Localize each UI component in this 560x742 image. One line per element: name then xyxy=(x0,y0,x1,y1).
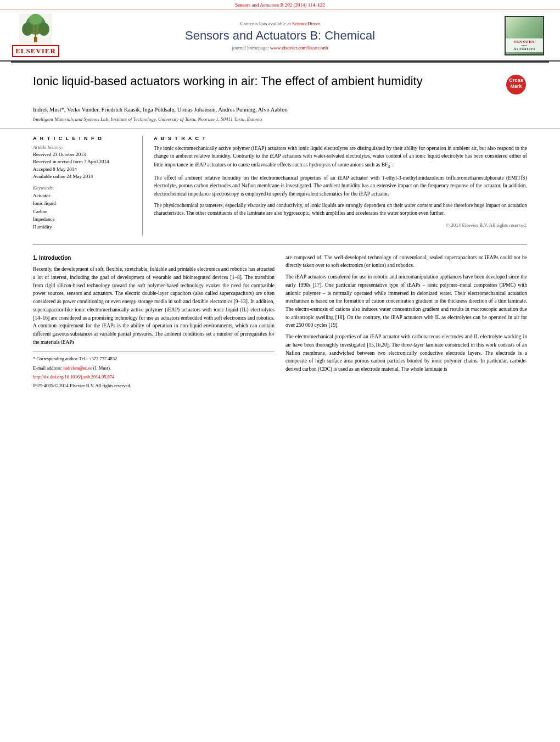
revised-date: Received in revised form 7 April 2014 xyxy=(33,158,135,166)
crossmark-badge: Cross Mark xyxy=(505,74,527,96)
abstract-para-3: The physicochemical parameters, especial… xyxy=(154,202,527,217)
body-columns: 1. Introduction Recently, the developmen… xyxy=(0,248,560,397)
svg-text:Cross: Cross xyxy=(509,77,523,83)
article-info-header: A R T I C L E I N F O xyxy=(33,136,135,141)
article-info-abstract-section: A R T I C L E I N F O Article history: R… xyxy=(0,129,560,241)
available-date: Available online 24 May 2014 xyxy=(33,173,135,181)
homepage-link[interactable]: www.elsevier.com/locate/snb xyxy=(270,45,328,51)
abstract-header: A B S T R A C T xyxy=(154,136,527,141)
footnote-area: * Corresponding author. Tel.: +372 737 4… xyxy=(33,352,275,389)
author-list: Indrek Must*, Veiko Vunder, Friedrich Ka… xyxy=(33,105,527,114)
sensors-logo-box: SENSORS and AcTuators xyxy=(505,16,544,55)
intro-para-right-2: The iEAP actuators considered for use in… xyxy=(285,273,527,330)
body-divider xyxy=(33,244,527,245)
keyword-ionic-liquid: Ionic liquid xyxy=(33,199,135,207)
svg-text:Mark: Mark xyxy=(510,83,522,89)
svg-rect-1 xyxy=(34,37,37,42)
intro-para-right-3: The electromechanical properties of an i… xyxy=(285,333,527,373)
elsevier-logo: ELSEVIER xyxy=(11,14,60,57)
article-title: Ionic liquid-based actuators working in … xyxy=(33,74,494,90)
article-history: Article history: Received 23 October 201… xyxy=(33,144,135,181)
sciencedirect-link[interactable]: ScienceDirect xyxy=(292,21,320,26)
keyword-impedance: Impedance xyxy=(33,215,135,223)
abstract-area: A B S T R A C T The ionic electromechani… xyxy=(154,136,527,236)
intro-para-1: Recently, the development of soft, flexi… xyxy=(33,265,275,346)
email-link[interactable]: indrekm@ut.ee xyxy=(63,365,92,371)
svg-point-5 xyxy=(29,14,42,25)
journal-citation: Sensors and Actuators B 202 (2014) 114–1… xyxy=(235,2,325,8)
keywords-label: Keywords: xyxy=(33,185,135,191)
abstract-para-1: The ionic electromechanically active pol… xyxy=(154,144,527,171)
footnote-issn: 0925-4005/© 2014 Elsevier B.V. All right… xyxy=(33,382,275,389)
journal-header: ELSEVIER Contents lists available at Sci… xyxy=(0,9,560,62)
journal-title: Sensors and Actuators B: Chemical xyxy=(71,29,489,43)
abstract-para-2: The effect of ambient relative humidity … xyxy=(154,174,527,198)
sensors-label: SENSORS xyxy=(508,40,541,44)
footnote-email: E-mail address: indrekm@ut.ee (I. Must). xyxy=(33,365,275,372)
copyright: © 2014 Elsevier B.V. All rights reserved… xyxy=(154,222,527,230)
authors: Indrek Must*, Veiko Vunder, Friedrich Ka… xyxy=(33,107,288,113)
contents-line: Contents lists available at ScienceDirec… xyxy=(71,21,489,26)
affiliation: Intelligent Materials and Systems Lab, I… xyxy=(33,116,527,122)
keywords-section: Keywords: Actuator Ionic liquid Carbon I… xyxy=(33,185,135,231)
article-title-area: Ionic liquid-based actuators working in … xyxy=(0,63,560,101)
doi-link[interactable]: http://dx.doi.org/10.1016/j.snb.2014.05.… xyxy=(33,374,114,380)
keyword-list: Actuator Ionic liquid Carbon Impedance H… xyxy=(33,192,135,231)
received-date: Received 23 October 2013 xyxy=(33,151,135,159)
elsevier-label: ELSEVIER xyxy=(12,45,59,57)
journal-bar: Sensors and Actuators B 202 (2014) 114–1… xyxy=(0,0,560,9)
header-center: Contents lists available at ScienceDirec… xyxy=(60,21,500,51)
keyword-humidity: Humidity xyxy=(33,223,135,231)
authors-area: Indrek Must*, Veiko Vunder, Friedrich Ka… xyxy=(0,101,560,124)
keyword-actuator: Actuator xyxy=(33,192,135,199)
actuators-label: AcTuators xyxy=(508,47,541,51)
sensors-logo-background: SENSORS and AcTuators xyxy=(506,17,543,54)
article-info: A R T I C L E I N F O Article history: R… xyxy=(33,136,143,236)
sensors-actuators-logo: SENSORS and AcTuators xyxy=(500,16,549,55)
footnote-doi: http://dx.doi.org/10.1016/j.snb.2014.05.… xyxy=(33,373,275,381)
footnote-corresponding: * Corresponding author. Tel.: +372 737 4… xyxy=(33,355,275,362)
elsevier-tree-icon xyxy=(19,14,52,44)
keyword-carbon: Carbon xyxy=(33,208,135,215)
intro-para-right-1: are composed of. The well-developed tech… xyxy=(285,254,527,270)
accepted-date: Accepted 8 May 2014 xyxy=(33,166,135,174)
body-col-left: 1. Introduction Recently, the developmen… xyxy=(33,254,275,391)
abstract-text: The ionic electromechanically active pol… xyxy=(154,144,527,230)
intro-heading: 1. Introduction xyxy=(33,254,275,263)
body-col-right: are composed of. The well-developed tech… xyxy=(285,254,527,391)
history-label: Article history: xyxy=(33,144,135,150)
journal-homepage: journal homepage: www.elsevier.com/locat… xyxy=(71,45,489,51)
